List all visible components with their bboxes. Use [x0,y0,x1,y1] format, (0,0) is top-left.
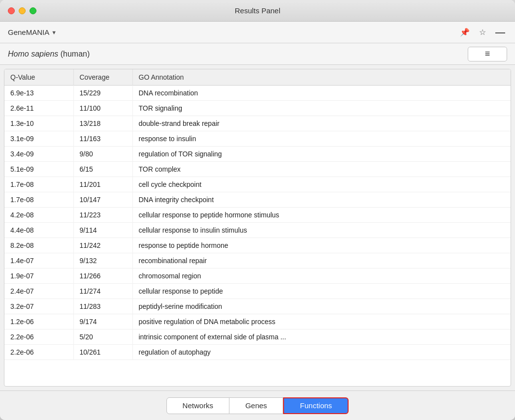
table-header-row: Q-Value Coverage GO Annotation [4,69,511,86]
cell-coverage: 11/223 [73,208,132,223]
tab-functions[interactable]: Functions [283,397,349,414]
cell-coverage: 9/80 [73,147,132,162]
cell-qvalue: 1.2e-06 [4,314,73,330]
cell-qvalue: 4.4e-08 [4,223,73,238]
cell-qvalue: 2.2e-06 [4,345,73,360]
cell-annotation: TOR complex [132,162,511,177]
table-row[interactable]: 8.2e-0811/242response to peptide hormone [4,238,511,253]
cell-annotation: response to peptide hormone [132,238,511,253]
cell-qvalue: 4.2e-08 [4,208,73,223]
cell-annotation: cellular response to peptide [132,284,511,299]
menu-icon: ≡ [485,49,490,59]
genemania-dropdown[interactable]: GeneMANIA ▼ [8,28,57,36]
cell-qvalue: 1.7e-08 [4,177,73,192]
cell-qvalue: 2.2e-06 [4,330,73,345]
species-label: Homo sapiens (human) [8,50,90,59]
window-title: Results Panel [235,6,281,15]
cell-coverage: 10/147 [73,192,132,208]
table-row[interactable]: 1.7e-0811/201cell cycle checkpoint [4,177,511,192]
genemania-label-text: GeneMANIA [8,28,49,36]
cell-annotation: cell cycle checkpoint [132,177,511,192]
bottom-tabs: Networks Genes Functions [0,390,515,420]
main-content: Q-Value Coverage GO Annotation 6.9e-1315… [4,69,511,387]
cell-qvalue: 2.4e-07 [4,284,73,299]
results-table: Q-Value Coverage GO Annotation 6.9e-1315… [4,69,511,360]
cell-annotation: chromosomal region [132,269,511,284]
cell-annotation: positive regulation of DNA metabolic pro… [132,314,511,330]
cell-coverage: 5/20 [73,330,132,345]
cell-qvalue: 1.4e-07 [4,253,73,269]
tab-networks[interactable]: Networks [166,397,230,414]
minus-icon[interactable]: — [493,26,507,39]
cell-coverage: 11/201 [73,177,132,192]
cell-annotation: intrinsic component of external side of … [132,330,511,345]
cell-annotation: cellular response to insulin stimulus [132,223,511,238]
table-container[interactable]: Q-Value Coverage GO Annotation 6.9e-1315… [4,69,511,386]
table-row[interactable]: 5.1e-096/15TOR complex [4,162,511,177]
table-row[interactable]: 2.2e-065/20intrinsic component of extern… [4,330,511,345]
table-row[interactable]: 3.1e-0911/163response to insulin [4,131,511,147]
species-normal: (human) [58,50,90,58]
cell-coverage: 9/174 [73,314,132,330]
cell-annotation: regulation of TOR signaling [132,147,511,162]
col-header-qvalue: Q-Value [4,69,73,86]
cell-coverage: 9/114 [73,223,132,238]
pin-icon[interactable]: 📌 [458,26,472,39]
minimize-button[interactable] [19,7,26,14]
col-header-coverage: Coverage [73,69,132,86]
table-row[interactable]: 1.4e-079/132recombinational repair [4,253,511,269]
cell-coverage: 11/100 [73,101,132,116]
cell-qvalue: 2.6e-11 [4,101,73,116]
maximize-button[interactable] [30,7,36,14]
table-row[interactable]: 3.4e-099/80regulation of TOR signaling [4,147,511,162]
cell-coverage: 11/283 [73,299,132,314]
table-row[interactable]: 1.3e-1013/218double-strand break repair [4,116,511,131]
table-row[interactable]: 1.2e-069/174positive regulation of DNA m… [4,314,511,330]
table-row[interactable]: 1.7e-0810/147DNA integrity checkpoint [4,192,511,208]
cell-qvalue: 8.2e-08 [4,238,73,253]
table-row[interactable]: 2.6e-1111/100TOR signaling [4,101,511,116]
toolbar: GeneMANIA ▼ 📌 ☆ — [0,22,515,43]
cell-qvalue: 3.1e-09 [4,131,73,147]
titlebar: Results Panel [0,0,515,22]
cell-qvalue: 1.3e-10 [4,116,73,131]
cell-qvalue: 1.9e-07 [4,269,73,284]
tab-genes[interactable]: Genes [229,397,283,414]
traffic-lights [8,7,36,14]
table-row[interactable]: 2.4e-0711/274cellular response to peptid… [4,284,511,299]
cell-annotation: response to insulin [132,131,511,147]
main-window: Results Panel GeneMANIA ▼ 📌 ☆ — Homo sap… [0,0,515,420]
cell-coverage: 9/132 [73,253,132,269]
table-row[interactable]: 1.9e-0711/266chromosomal region [4,269,511,284]
cell-annotation: double-strand break repair [132,116,511,131]
cell-coverage: 13/218 [73,116,132,131]
cell-coverage: 11/274 [73,284,132,299]
menu-button[interactable]: ≡ [468,47,507,61]
cell-qvalue: 5.1e-09 [4,162,73,177]
cell-qvalue: 6.9e-13 [4,86,73,101]
star-icon[interactable]: ☆ [476,26,489,39]
table-row[interactable]: 3.2e-0711/283peptidyl-serine modificatio… [4,299,511,314]
species-italic: Homo sapiens [8,50,58,58]
cell-qvalue: 3.2e-07 [4,299,73,314]
cell-annotation: peptidyl-serine modification [132,299,511,314]
cell-coverage: 11/242 [73,238,132,253]
table-row[interactable]: 4.2e-0811/223cellular response to peptid… [4,208,511,223]
table-row[interactable]: 2.2e-0610/261regulation of autophagy [4,345,511,360]
cell-annotation: TOR signaling [132,101,511,116]
subtitle-bar: Homo sapiens (human) ≡ [0,43,515,65]
cell-coverage: 10/261 [73,345,132,360]
cell-coverage: 15/229 [73,86,132,101]
table-row[interactable]: 6.9e-1315/229DNA recombination [4,86,511,101]
cell-annotation: recombinational repair [132,253,511,269]
dropdown-arrow-icon: ▼ [51,30,57,35]
col-header-annotation: GO Annotation [132,69,511,86]
cell-annotation: regulation of autophagy [132,345,511,360]
cell-coverage: 6/15 [73,162,132,177]
cell-annotation: DNA integrity checkpoint [132,192,511,208]
table-row[interactable]: 4.4e-089/114cellular response to insulin… [4,223,511,238]
cell-coverage: 11/266 [73,269,132,284]
close-button[interactable] [8,7,15,14]
cell-annotation: DNA recombination [132,86,511,101]
cell-qvalue: 1.7e-08 [4,192,73,208]
